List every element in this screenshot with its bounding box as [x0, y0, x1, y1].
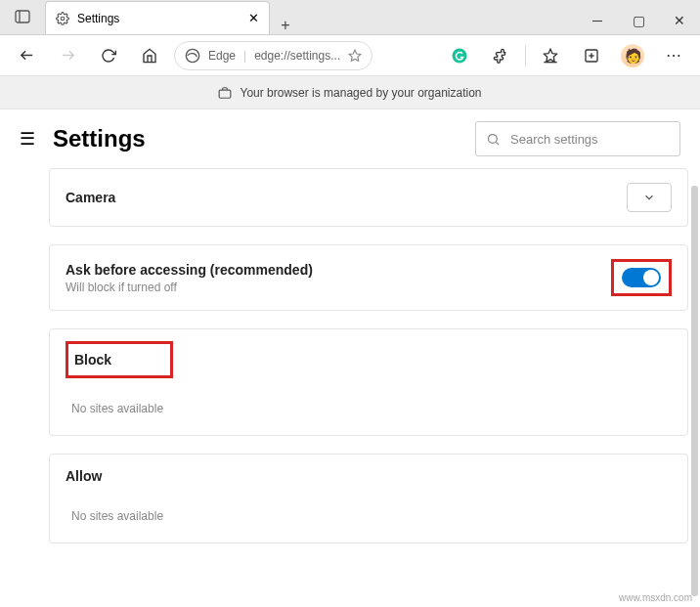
svg-rect-13 — [220, 90, 232, 98]
extensions-icon[interactable] — [484, 39, 517, 72]
svg-marker-6 — [349, 50, 361, 61]
org-managed-banner: Your browser is managed by your organiza… — [0, 76, 700, 109]
org-banner-text: Your browser is managed by your organiza… — [240, 86, 481, 100]
allow-title: Allow — [66, 468, 102, 484]
favorites-icon[interactable] — [534, 39, 567, 72]
extension-grammarly-icon[interactable] — [443, 39, 476, 72]
highlight-box — [611, 259, 672, 296]
forward-button — [51, 39, 84, 72]
chevron-down-icon — [642, 191, 656, 204]
tab-actions-button[interactable] — [0, 0, 45, 34]
block-title: Block — [72, 346, 166, 373]
collections-icon[interactable] — [575, 39, 608, 72]
page-title: Settings — [53, 125, 146, 152]
block-empty-text: No sites available — [50, 382, 687, 435]
address-label: Edge — [208, 49, 236, 63]
highlight-box: Block — [66, 341, 173, 378]
ask-toggle[interactable] — [622, 268, 661, 287]
back-button[interactable] — [10, 39, 43, 72]
ask-before-accessing-section: Ask before accessing (recommended) Will … — [49, 244, 688, 311]
settings-header: ☰ Settings Search settings — [0, 109, 700, 168]
search-icon — [486, 132, 501, 147]
search-settings-input[interactable]: Search settings — [475, 121, 680, 156]
window-close-button[interactable]: ✕ — [659, 7, 700, 34]
new-tab-button[interactable]: + — [270, 17, 301, 34]
allow-empty-text: No sites available — [50, 490, 687, 542]
camera-title: Camera — [66, 190, 115, 205]
svg-line-15 — [496, 142, 499, 145]
refresh-button[interactable] — [92, 39, 125, 72]
address-bar[interactable]: Edge | edge://settings... — [174, 41, 372, 70]
toolbar: Edge | edge://settings... 🧑 ⋯ — [0, 35, 700, 76]
search-placeholder: Search settings — [510, 132, 598, 147]
browser-tab[interactable]: Settings ✕ — [45, 1, 270, 34]
close-tab-icon[interactable]: ✕ — [248, 11, 259, 25]
svg-marker-8 — [544, 49, 556, 62]
ask-sub: Will block if turned off — [66, 281, 313, 294]
allow-section: Allow No sites available — [49, 454, 688, 543]
briefcase-icon — [218, 86, 232, 100]
window-maximize-button[interactable]: ▢ — [618, 7, 659, 34]
edge-logo-icon — [185, 48, 200, 64]
profile-avatar[interactable]: 🧑 — [616, 39, 649, 72]
svg-point-7 — [453, 48, 467, 63]
favorite-star-icon[interactable] — [348, 49, 362, 63]
more-menu-button[interactable]: ⋯ — [657, 39, 690, 72]
home-button[interactable] — [133, 39, 166, 72]
tab-title: Settings — [77, 12, 119, 25]
window-minimize-button[interactable]: ─ — [577, 7, 618, 34]
svg-point-14 — [489, 134, 498, 143]
title-bar: Settings ✕ + ─ ▢ ✕ — [0, 0, 700, 35]
block-section: Block No sites available — [49, 328, 688, 436]
address-url: edge://settings... — [254, 49, 340, 63]
camera-expand-button[interactable] — [627, 183, 672, 212]
camera-section: Camera — [49, 168, 688, 227]
menu-toggle-button[interactable]: ☰ — [20, 128, 35, 150]
gear-icon — [56, 12, 69, 25]
settings-content: Camera Ask before accessing (recommended… — [0, 168, 700, 543]
svg-point-2 — [61, 17, 65, 21]
toggle-knob — [643, 270, 659, 285]
svg-rect-0 — [16, 11, 29, 22]
watermark: www.msxdn.com — [619, 592, 692, 603]
ask-label: Ask before accessing (recommended) — [66, 262, 313, 278]
scrollbar[interactable] — [691, 186, 698, 596]
